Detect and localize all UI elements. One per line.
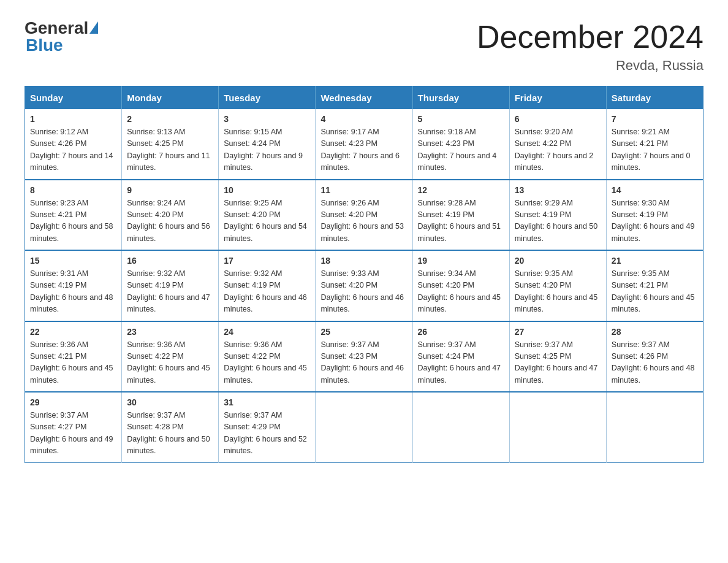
day-number: 11 xyxy=(320,185,407,195)
day-number: 27 xyxy=(515,327,601,337)
day-info: Sunrise: 9:28 AMSunset: 4:19 PMDaylight:… xyxy=(418,199,501,243)
table-row xyxy=(509,392,606,462)
table-row: 18 Sunrise: 9:33 AMSunset: 4:20 PMDaylig… xyxy=(316,250,412,321)
day-info: Sunrise: 9:35 AMSunset: 4:21 PMDaylight:… xyxy=(612,269,695,313)
calendar-week-row: 1 Sunrise: 9:12 AMSunset: 4:26 PMDayligh… xyxy=(25,109,703,180)
day-info: Sunrise: 9:36 AMSunset: 4:22 PMDaylight:… xyxy=(127,340,210,385)
table-row: 28 Sunrise: 9:37 AMSunset: 4:26 PMDaylig… xyxy=(606,321,703,393)
table-row xyxy=(606,392,703,462)
table-row: 12 Sunrise: 9:28 AMSunset: 4:19 PMDaylig… xyxy=(412,180,509,251)
day-number: 31 xyxy=(224,397,310,407)
day-info: Sunrise: 9:36 AMSunset: 4:22 PMDaylight:… xyxy=(224,340,307,385)
day-info: Sunrise: 9:37 AMSunset: 4:28 PMDaylight:… xyxy=(127,411,210,455)
table-row: 9 Sunrise: 9:24 AMSunset: 4:20 PMDayligh… xyxy=(122,180,219,251)
day-info: Sunrise: 9:29 AMSunset: 4:19 PMDaylight:… xyxy=(515,199,598,243)
calendar-week-row: 8 Sunrise: 9:23 AMSunset: 4:21 PMDayligh… xyxy=(25,180,703,251)
title-area: December 2024 Revda, Russia xyxy=(477,18,703,74)
day-number: 14 xyxy=(612,185,698,195)
col-tuesday: Tuesday xyxy=(219,86,316,110)
table-row: 13 Sunrise: 9:29 AMSunset: 4:19 PMDaylig… xyxy=(509,180,606,251)
logo-triangle-icon xyxy=(89,21,98,34)
day-number: 1 xyxy=(30,114,116,124)
col-friday: Friday xyxy=(509,86,606,110)
day-number: 25 xyxy=(320,327,407,337)
day-number: 26 xyxy=(418,327,504,337)
day-number: 30 xyxy=(127,397,213,407)
table-row: 11 Sunrise: 9:26 AMSunset: 4:20 PMDaylig… xyxy=(316,180,412,251)
day-info: Sunrise: 9:20 AMSunset: 4:22 PMDaylight:… xyxy=(515,128,594,172)
day-number: 6 xyxy=(515,114,601,124)
day-number: 3 xyxy=(224,114,310,124)
table-row: 27 Sunrise: 9:37 AMSunset: 4:25 PMDaylig… xyxy=(509,321,606,393)
day-info: Sunrise: 9:37 AMSunset: 4:24 PMDaylight:… xyxy=(418,340,501,385)
location-label: Revda, Russia xyxy=(477,58,703,74)
day-number: 28 xyxy=(612,327,698,337)
day-info: Sunrise: 9:37 AMSunset: 4:23 PMDaylight:… xyxy=(320,340,404,385)
day-info: Sunrise: 9:36 AMSunset: 4:21 PMDaylight:… xyxy=(30,340,113,385)
col-monday: Monday xyxy=(122,86,219,110)
col-sunday: Sunday xyxy=(25,86,122,110)
table-row: 30 Sunrise: 9:37 AMSunset: 4:28 PMDaylig… xyxy=(122,392,219,462)
table-row: 17 Sunrise: 9:32 AMSunset: 4:19 PMDaylig… xyxy=(219,250,316,321)
day-number: 18 xyxy=(320,256,407,266)
day-info: Sunrise: 9:32 AMSunset: 4:19 PMDaylight:… xyxy=(127,269,210,313)
col-thursday: Thursday xyxy=(412,86,509,110)
day-info: Sunrise: 9:30 AMSunset: 4:19 PMDaylight:… xyxy=(612,199,695,243)
logo: General Blue xyxy=(25,18,98,55)
day-info: Sunrise: 9:37 AMSunset: 4:26 PMDaylight:… xyxy=(612,340,695,385)
day-info: Sunrise: 9:12 AMSunset: 4:26 PMDaylight:… xyxy=(30,128,113,172)
day-number: 5 xyxy=(418,114,504,124)
table-row: 25 Sunrise: 9:37 AMSunset: 4:23 PMDaylig… xyxy=(316,321,412,393)
table-row: 22 Sunrise: 9:36 AMSunset: 4:21 PMDaylig… xyxy=(25,321,122,393)
day-info: Sunrise: 9:35 AMSunset: 4:20 PMDaylight:… xyxy=(515,269,598,313)
calendar-week-row: 15 Sunrise: 9:31 AMSunset: 4:19 PMDaylig… xyxy=(25,250,703,321)
table-row: 4 Sunrise: 9:17 AMSunset: 4:23 PMDayligh… xyxy=(316,109,412,180)
day-info: Sunrise: 9:23 AMSunset: 4:21 PMDaylight:… xyxy=(30,199,113,243)
month-title: December 2024 xyxy=(477,18,703,55)
table-row: 19 Sunrise: 9:34 AMSunset: 4:20 PMDaylig… xyxy=(412,250,509,321)
day-number: 8 xyxy=(30,185,116,195)
day-info: Sunrise: 9:24 AMSunset: 4:20 PMDaylight:… xyxy=(127,199,210,243)
day-number: 4 xyxy=(320,114,407,124)
day-info: Sunrise: 9:37 AMSunset: 4:25 PMDaylight:… xyxy=(515,340,598,385)
day-info: Sunrise: 9:13 AMSunset: 4:25 PMDaylight:… xyxy=(127,128,210,172)
day-info: Sunrise: 9:17 AMSunset: 4:23 PMDaylight:… xyxy=(320,128,400,172)
table-row: 16 Sunrise: 9:32 AMSunset: 4:19 PMDaylig… xyxy=(122,250,219,321)
table-row: 6 Sunrise: 9:20 AMSunset: 4:22 PMDayligh… xyxy=(509,109,606,180)
calendar-header-row: Sunday Monday Tuesday Wednesday Thursday… xyxy=(25,86,703,110)
day-number: 21 xyxy=(612,256,698,266)
table-row: 14 Sunrise: 9:30 AMSunset: 4:19 PMDaylig… xyxy=(606,180,703,251)
calendar-week-row: 29 Sunrise: 9:37 AMSunset: 4:27 PMDaylig… xyxy=(25,392,703,462)
logo-blue-text: Blue xyxy=(26,36,63,55)
day-number: 20 xyxy=(515,256,601,266)
day-info: Sunrise: 9:25 AMSunset: 4:20 PMDaylight:… xyxy=(224,199,307,243)
day-info: Sunrise: 9:31 AMSunset: 4:19 PMDaylight:… xyxy=(30,269,113,313)
table-row: 24 Sunrise: 9:36 AMSunset: 4:22 PMDaylig… xyxy=(219,321,316,393)
day-info: Sunrise: 9:18 AMSunset: 4:23 PMDaylight:… xyxy=(418,128,497,172)
calendar-week-row: 22 Sunrise: 9:36 AMSunset: 4:21 PMDaylig… xyxy=(25,321,703,393)
table-row: 21 Sunrise: 9:35 AMSunset: 4:21 PMDaylig… xyxy=(606,250,703,321)
day-number: 23 xyxy=(127,327,213,337)
table-row: 23 Sunrise: 9:36 AMSunset: 4:22 PMDaylig… xyxy=(122,321,219,393)
page-header: General Blue December 2024 Revda, Russia xyxy=(25,18,703,74)
day-number: 24 xyxy=(224,327,310,337)
col-wednesday: Wednesday xyxy=(316,86,412,110)
table-row: 31 Sunrise: 9:37 AMSunset: 4:29 PMDaylig… xyxy=(219,392,316,462)
day-number: 9 xyxy=(127,185,213,195)
table-row: 2 Sunrise: 9:13 AMSunset: 4:25 PMDayligh… xyxy=(122,109,219,180)
day-number: 12 xyxy=(418,185,504,195)
day-number: 7 xyxy=(612,114,698,124)
table-row: 20 Sunrise: 9:35 AMSunset: 4:20 PMDaylig… xyxy=(509,250,606,321)
day-number: 22 xyxy=(30,327,116,337)
day-info: Sunrise: 9:33 AMSunset: 4:20 PMDaylight:… xyxy=(320,269,404,313)
calendar-table: Sunday Monday Tuesday Wednesday Thursday… xyxy=(25,86,703,463)
day-info: Sunrise: 9:26 AMSunset: 4:20 PMDaylight:… xyxy=(320,199,404,243)
table-row xyxy=(316,392,412,462)
col-saturday: Saturday xyxy=(606,86,703,110)
table-row: 29 Sunrise: 9:37 AMSunset: 4:27 PMDaylig… xyxy=(25,392,122,462)
day-info: Sunrise: 9:37 AMSunset: 4:29 PMDaylight:… xyxy=(224,411,307,455)
day-info: Sunrise: 9:15 AMSunset: 4:24 PMDaylight:… xyxy=(224,128,303,172)
day-info: Sunrise: 9:37 AMSunset: 4:27 PMDaylight:… xyxy=(30,411,113,455)
table-row: 3 Sunrise: 9:15 AMSunset: 4:24 PMDayligh… xyxy=(219,109,316,180)
day-number: 10 xyxy=(224,185,310,195)
